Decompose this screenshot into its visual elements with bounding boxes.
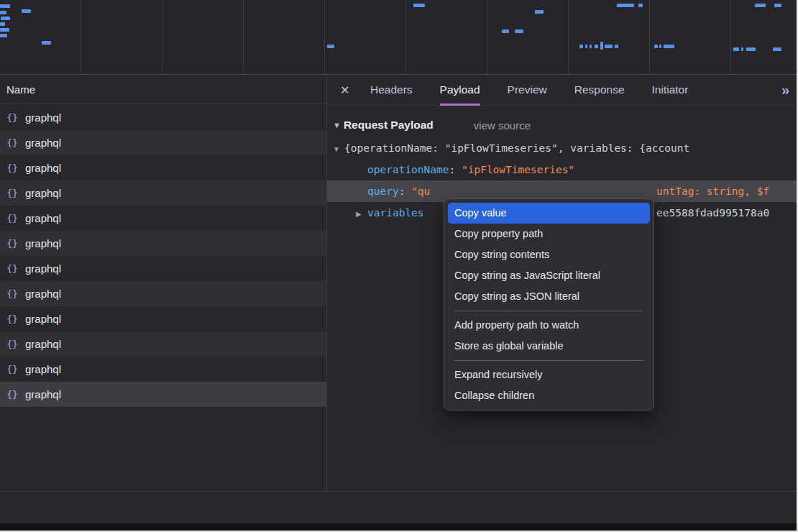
more-tabs-icon[interactable]: » xyxy=(781,82,789,98)
object-preview: {operationName: "ipFlowTimeseries", vari… xyxy=(344,142,689,154)
request-row[interactable]: {}graphql xyxy=(0,382,326,407)
property-key: operationName xyxy=(367,164,449,175)
tab-headers[interactable]: Headers xyxy=(370,75,413,106)
json-braces-icon: {} xyxy=(6,112,19,123)
request-row[interactable]: {}graphql xyxy=(0,256,326,281)
activity-bar xyxy=(638,4,643,7)
tree-preview-row[interactable]: ▼{operationName: "ipFlowTimeseries", var… xyxy=(327,137,798,159)
request-row[interactable]: {}graphql xyxy=(0,231,326,256)
activity-bar xyxy=(746,47,756,51)
tree-row-operationname[interactable]: operationName: "ipFlowTimeseries" xyxy=(327,159,798,180)
activity-bar xyxy=(773,47,781,51)
activity-bar xyxy=(600,42,603,50)
request-name: graphql xyxy=(25,363,61,375)
activity-bar xyxy=(327,45,334,48)
json-braces-icon: {} xyxy=(6,339,19,349)
view-source-link[interactable]: view source xyxy=(474,119,531,132)
property-value-right: untTag: string, $f xyxy=(656,180,769,202)
property-value-left: "qu xyxy=(411,185,430,197)
column-header-label: Name xyxy=(6,83,35,96)
menu-item-add-property-path-to-watch[interactable]: Add property path to watch xyxy=(448,315,650,336)
activity-bar xyxy=(733,47,739,51)
menu-separator xyxy=(454,360,643,361)
details-toolbar: ✕ HeadersPayloadPreviewResponseInitiator… xyxy=(327,75,798,106)
json-braces-icon: {} xyxy=(6,188,19,198)
context-menu: Copy valueCopy property pathCopy string … xyxy=(444,198,654,411)
json-braces-icon: {} xyxy=(6,213,19,224)
menu-item-store-as-global-variable[interactable]: Store as global variable xyxy=(448,336,650,357)
request-name: graphql xyxy=(25,162,61,174)
request-row[interactable]: {}graphql xyxy=(0,306,326,331)
request-name: graphql xyxy=(25,262,61,275)
menu-separator xyxy=(454,311,643,311)
menu-item-copy-property-path[interactable]: Copy property path xyxy=(448,224,650,244)
menu-item-copy-string-as-javascript-literal[interactable]: Copy string as JavaScript literal xyxy=(448,265,650,286)
request-name: graphql xyxy=(25,338,61,350)
column-header-name[interactable]: Name xyxy=(0,75,326,104)
activity-bar xyxy=(605,45,613,48)
json-braces-icon: {} xyxy=(6,288,19,299)
expand-closed-icon: ▶ xyxy=(356,203,367,224)
close-icon[interactable]: ✕ xyxy=(340,83,356,97)
activity-bar xyxy=(755,4,766,7)
request-name: graphql xyxy=(25,212,61,224)
network-overview[interactable] xyxy=(0,0,798,75)
json-braces-icon: {} xyxy=(6,238,19,249)
json-braces-icon: {} xyxy=(6,313,19,324)
panel-resize-divider[interactable] xyxy=(326,75,327,492)
property-key: query xyxy=(367,185,399,197)
request-name: graphql xyxy=(25,111,61,124)
tab-response[interactable]: Response xyxy=(574,75,625,106)
activity-bar xyxy=(585,45,587,48)
request-row[interactable]: {}graphql xyxy=(0,130,326,155)
request-row[interactable]: {}graphql xyxy=(0,155,326,180)
activity-bar xyxy=(1,17,10,20)
devtools-window: Name {}graphql{}graphql{}graphql{}graphq… xyxy=(0,0,798,532)
key-separator: : xyxy=(399,185,411,197)
request-row[interactable]: {}graphql xyxy=(0,180,326,206)
activity-bar xyxy=(595,45,598,48)
request-name: graphql xyxy=(25,313,61,325)
tab-initiator[interactable]: Initiator xyxy=(652,75,689,106)
section-title: Request Payload xyxy=(344,119,434,132)
tab-preview[interactable]: Preview xyxy=(508,75,547,106)
menu-item-copy-value[interactable]: Copy value xyxy=(448,203,650,224)
tab-payload[interactable]: Payload xyxy=(440,75,480,106)
activity-bar xyxy=(654,45,658,48)
activity-bar xyxy=(0,28,9,32)
activity-bar xyxy=(617,4,634,7)
json-braces-icon: {} xyxy=(6,389,19,400)
activity-bar xyxy=(0,22,5,26)
request-row[interactable]: {}graphql xyxy=(0,331,326,357)
menu-item-copy-string-as-json-literal[interactable]: Copy string as JSON literal xyxy=(448,286,650,307)
activity-bar xyxy=(0,34,7,37)
activity-bar xyxy=(502,29,509,33)
request-row[interactable]: {}graphql xyxy=(0,105,326,130)
property-key: variables xyxy=(367,207,424,219)
property-value: "ipFlowTimeseries" xyxy=(462,164,574,175)
activity-bar xyxy=(664,45,674,48)
activity-bar xyxy=(0,11,6,14)
json-braces-icon: {} xyxy=(6,162,19,173)
request-row[interactable]: {}graphql xyxy=(0,206,326,231)
activity-bar xyxy=(741,47,743,51)
request-list: {}graphql{}graphql{}graphql{}graphql{}gr… xyxy=(0,105,326,407)
activity-bar xyxy=(774,4,781,7)
request-name: graphql xyxy=(25,187,61,199)
menu-item-copy-string-contents[interactable]: Copy string contents xyxy=(448,244,650,265)
request-row[interactable]: {}graphql xyxy=(0,281,326,306)
property-preview-right: ee5588fdad995178a0 xyxy=(656,202,769,224)
requests-panel: Name {}graphql{}graphql{}graphql{}graphq… xyxy=(0,75,326,532)
activity-bar xyxy=(413,4,425,7)
request-payload-header[interactable]: ▼ Request Payload view source xyxy=(327,113,798,137)
request-name: graphql xyxy=(25,288,61,300)
key-separator: : xyxy=(449,164,462,175)
json-braces-icon: {} xyxy=(6,364,19,375)
menu-item-expand-recursively[interactable]: Expand recursively xyxy=(448,364,650,385)
activity-bar xyxy=(659,45,661,48)
request-row[interactable]: {}graphql xyxy=(0,357,326,382)
activity-bar xyxy=(515,29,523,33)
json-braces-icon: {} xyxy=(6,137,19,148)
expand-open-icon: ▼ xyxy=(333,139,344,159)
menu-item-collapse-children[interactable]: Collapse children xyxy=(448,385,650,406)
